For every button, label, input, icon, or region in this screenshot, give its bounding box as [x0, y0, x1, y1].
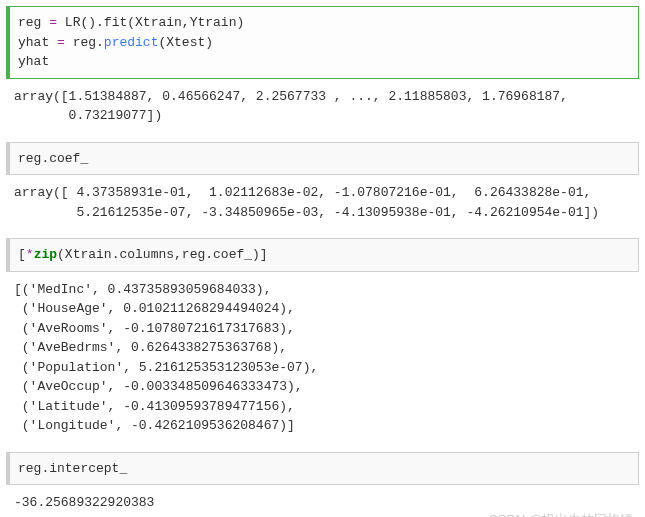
output-block: -36.25689322920383 — [6, 489, 639, 517]
code-cell[interactable]: [*zip(Xtrain.columns,reg.coef_)] — [6, 238, 639, 272]
code-token: reg.intercept_ — [18, 461, 127, 476]
code-token: [ — [18, 247, 26, 262]
output-block: [('MedInc', 0.43735893059684033), ('Hous… — [6, 276, 639, 446]
code-token: reg.coef_ — [18, 151, 88, 166]
code-token: yhat — [18, 35, 57, 50]
code-cell[interactable]: reg.intercept_ — [6, 452, 639, 486]
code-token: predict — [104, 35, 159, 50]
code-token: (Xtest) — [158, 35, 213, 50]
code-token: = — [49, 15, 57, 30]
code-cell[interactable]: reg = LR().fit(Xtrain,Ytrain) yhat = reg… — [6, 6, 639, 79]
output-block: array([ 4.37358931e-01, 1.02112683e-02, … — [6, 179, 639, 232]
code-token: * — [26, 247, 34, 262]
code-cell[interactable]: reg.coef_ — [6, 142, 639, 176]
code-token: reg. — [65, 35, 104, 50]
code-token: (Xtrain.columns,reg.coef_)] — [57, 247, 268, 262]
code-token: reg — [18, 15, 49, 30]
code-token: = — [57, 35, 65, 50]
code-token: zip — [34, 247, 57, 262]
output-block: array([1.51384887, 0.46566247, 2.2567733… — [6, 83, 639, 136]
code-token: yhat — [18, 54, 49, 69]
notebook-root: reg = LR().fit(Xtrain,Ytrain) yhat = reg… — [6, 6, 639, 517]
code-token: LR().fit(Xtrain,Ytrain) — [57, 15, 244, 30]
